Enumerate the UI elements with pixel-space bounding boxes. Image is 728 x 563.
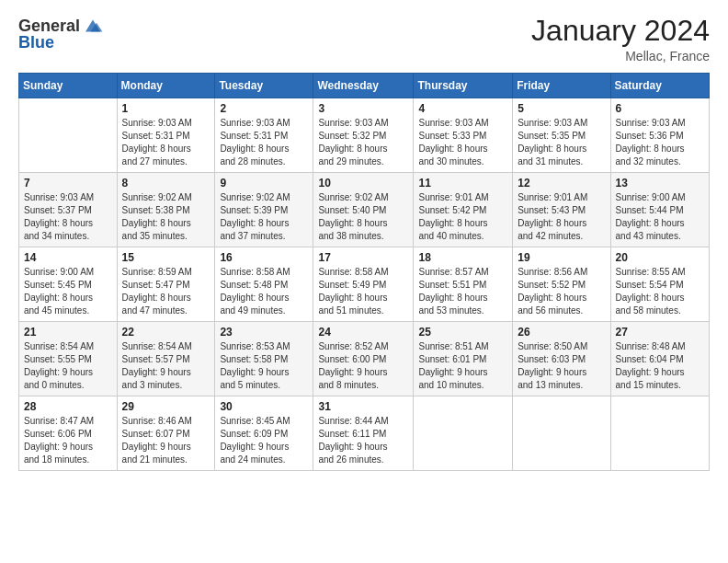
day-info: Sunrise: 8:57 AMSunset: 5:51 PMDaylight:… bbox=[418, 266, 507, 317]
day-info: Sunrise: 8:55 AMSunset: 5:54 PMDaylight:… bbox=[616, 266, 704, 317]
day-number: 22 bbox=[122, 326, 210, 339]
calendar-cell: 6Sunrise: 9:03 AMSunset: 5:36 PMDaylight… bbox=[610, 98, 709, 173]
day-info: Sunrise: 8:56 AMSunset: 5:52 PMDaylight:… bbox=[518, 266, 605, 317]
day-info: Sunrise: 9:03 AMSunset: 5:35 PMDaylight:… bbox=[518, 117, 605, 168]
calendar-cell: 18Sunrise: 8:57 AMSunset: 5:51 PMDayligh… bbox=[414, 247, 513, 322]
day-info: Sunrise: 8:48 AMSunset: 6:04 PMDaylight:… bbox=[616, 340, 704, 392]
day-info: Sunrise: 8:46 AMSunset: 6:07 PMDaylight:… bbox=[122, 415, 210, 466]
calendar-cell: 19Sunrise: 8:56 AMSunset: 5:52 PMDayligh… bbox=[513, 247, 610, 322]
day-number: 1 bbox=[122, 102, 210, 115]
day-info: Sunrise: 9:01 AMSunset: 5:43 PMDaylight:… bbox=[518, 191, 605, 243]
week-row-1: 1Sunrise: 9:03 AMSunset: 5:31 PMDaylight… bbox=[19, 98, 710, 173]
day-number: 24 bbox=[318, 326, 408, 339]
day-number: 17 bbox=[318, 251, 408, 264]
day-info: Sunrise: 9:01 AMSunset: 5:42 PMDaylight:… bbox=[418, 191, 507, 243]
day-info: Sunrise: 8:44 AMSunset: 6:11 PMDaylight:… bbox=[318, 415, 408, 466]
day-number: 31 bbox=[318, 400, 408, 413]
calendar-cell: 2Sunrise: 9:03 AMSunset: 5:31 PMDaylight… bbox=[215, 98, 313, 173]
calendar-cell: 24Sunrise: 8:52 AMSunset: 6:00 PMDayligh… bbox=[313, 322, 414, 396]
day-info: Sunrise: 9:00 AMSunset: 5:44 PMDaylight:… bbox=[616, 191, 704, 243]
month-title: January 2024 bbox=[531, 15, 710, 47]
calendar-cell: 13Sunrise: 9:00 AMSunset: 5:44 PMDayligh… bbox=[610, 173, 709, 247]
calendar-cell bbox=[610, 396, 709, 471]
day-number: 15 bbox=[122, 251, 210, 264]
weekday-header-row: SundayMondayTuesdayWednesdayThursdayFrid… bbox=[19, 74, 710, 98]
day-number: 21 bbox=[24, 326, 112, 339]
day-info: Sunrise: 9:02 AMSunset: 5:38 PMDaylight:… bbox=[122, 191, 210, 243]
weekday-header-sunday: Sunday bbox=[19, 74, 118, 98]
day-info: Sunrise: 8:58 AMSunset: 5:49 PMDaylight:… bbox=[318, 266, 408, 317]
day-number: 10 bbox=[318, 177, 408, 190]
day-info: Sunrise: 8:59 AMSunset: 5:47 PMDaylight:… bbox=[122, 266, 210, 317]
week-row-5: 28Sunrise: 8:47 AMSunset: 6:06 PMDayligh… bbox=[19, 396, 710, 471]
weekday-header-thursday: Thursday bbox=[414, 74, 513, 98]
day-number: 9 bbox=[220, 177, 308, 190]
calendar-cell: 27Sunrise: 8:48 AMSunset: 6:04 PMDayligh… bbox=[610, 322, 709, 396]
calendar-cell: 23Sunrise: 8:53 AMSunset: 5:58 PMDayligh… bbox=[215, 322, 313, 396]
logo-blue: Blue bbox=[18, 33, 54, 52]
calendar-cell: 29Sunrise: 8:46 AMSunset: 6:07 PMDayligh… bbox=[117, 396, 215, 471]
weekday-header-friday: Friday bbox=[513, 74, 610, 98]
day-number: 12 bbox=[518, 177, 605, 190]
calendar-cell: 11Sunrise: 9:01 AMSunset: 5:42 PMDayligh… bbox=[414, 173, 513, 247]
day-number: 16 bbox=[220, 251, 308, 264]
day-number: 13 bbox=[616, 177, 704, 190]
day-info: Sunrise: 8:58 AMSunset: 5:48 PMDaylight:… bbox=[220, 266, 308, 317]
week-row-4: 21Sunrise: 8:54 AMSunset: 5:55 PMDayligh… bbox=[19, 322, 710, 396]
calendar-cell: 26Sunrise: 8:50 AMSunset: 6:03 PMDayligh… bbox=[513, 322, 610, 396]
calendar-cell: 16Sunrise: 8:58 AMSunset: 5:48 PMDayligh… bbox=[215, 247, 313, 322]
logo: General Blue bbox=[18, 15, 104, 52]
day-info: Sunrise: 8:53 AMSunset: 5:58 PMDaylight:… bbox=[220, 340, 308, 392]
header: General Blue January 2024 Mellac, France bbox=[18, 15, 710, 63]
day-info: Sunrise: 9:02 AMSunset: 5:39 PMDaylight:… bbox=[220, 191, 308, 243]
calendar-cell: 31Sunrise: 8:44 AMSunset: 6:11 PMDayligh… bbox=[313, 396, 414, 471]
day-info: Sunrise: 9:03 AMSunset: 5:32 PMDaylight:… bbox=[318, 117, 408, 168]
calendar-cell: 9Sunrise: 9:02 AMSunset: 5:39 PMDaylight… bbox=[215, 173, 313, 247]
calendar-cell: 30Sunrise: 8:45 AMSunset: 6:09 PMDayligh… bbox=[215, 396, 313, 471]
day-info: Sunrise: 8:47 AMSunset: 6:06 PMDaylight:… bbox=[24, 415, 112, 466]
logo-icon bbox=[82, 15, 104, 37]
calendar-cell bbox=[19, 98, 118, 173]
calendar-cell: 17Sunrise: 8:58 AMSunset: 5:49 PMDayligh… bbox=[313, 247, 414, 322]
day-info: Sunrise: 9:03 AMSunset: 5:31 PMDaylight:… bbox=[122, 117, 210, 168]
day-number: 30 bbox=[220, 400, 308, 413]
day-info: Sunrise: 9:03 AMSunset: 5:31 PMDaylight:… bbox=[220, 117, 308, 168]
calendar-cell: 22Sunrise: 8:54 AMSunset: 5:57 PMDayligh… bbox=[117, 322, 215, 396]
day-number: 23 bbox=[220, 326, 308, 339]
day-number: 2 bbox=[220, 102, 308, 115]
day-number: 6 bbox=[616, 102, 704, 115]
calendar-cell: 1Sunrise: 9:03 AMSunset: 5:31 PMDaylight… bbox=[117, 98, 215, 173]
day-number: 5 bbox=[518, 102, 605, 115]
day-info: Sunrise: 9:03 AMSunset: 5:36 PMDaylight:… bbox=[616, 117, 704, 168]
day-info: Sunrise: 8:54 AMSunset: 5:55 PMDaylight:… bbox=[24, 340, 112, 392]
calendar-cell: 20Sunrise: 8:55 AMSunset: 5:54 PMDayligh… bbox=[610, 247, 709, 322]
weekday-header-wednesday: Wednesday bbox=[313, 74, 414, 98]
weekday-header-saturday: Saturday bbox=[610, 74, 709, 98]
day-info: Sunrise: 9:02 AMSunset: 5:40 PMDaylight:… bbox=[318, 191, 408, 243]
day-number: 19 bbox=[518, 251, 605, 264]
day-number: 14 bbox=[24, 251, 112, 264]
calendar-cell bbox=[414, 396, 513, 471]
day-number: 26 bbox=[518, 326, 605, 339]
calendar-cell: 8Sunrise: 9:02 AMSunset: 5:38 PMDaylight… bbox=[117, 173, 215, 247]
day-info: Sunrise: 8:51 AMSunset: 6:01 PMDaylight:… bbox=[418, 340, 507, 392]
day-number: 28 bbox=[24, 400, 112, 413]
day-info: Sunrise: 9:00 AMSunset: 5:45 PMDaylight:… bbox=[24, 266, 112, 317]
week-row-3: 14Sunrise: 9:00 AMSunset: 5:45 PMDayligh… bbox=[19, 247, 710, 322]
calendar-cell: 25Sunrise: 8:51 AMSunset: 6:01 PMDayligh… bbox=[414, 322, 513, 396]
calendar-cell: 5Sunrise: 9:03 AMSunset: 5:35 PMDaylight… bbox=[513, 98, 610, 173]
day-number: 27 bbox=[616, 326, 704, 339]
day-info: Sunrise: 8:54 AMSunset: 5:57 PMDaylight:… bbox=[122, 340, 210, 392]
day-number: 25 bbox=[418, 326, 507, 339]
day-info: Sunrise: 8:45 AMSunset: 6:09 PMDaylight:… bbox=[220, 415, 308, 466]
page: General Blue January 2024 Mellac, France… bbox=[0, 0, 728, 563]
calendar-cell: 10Sunrise: 9:02 AMSunset: 5:40 PMDayligh… bbox=[313, 173, 414, 247]
calendar-cell: 12Sunrise: 9:01 AMSunset: 5:43 PMDayligh… bbox=[513, 173, 610, 247]
calendar-table: SundayMondayTuesdayWednesdayThursdayFrid… bbox=[18, 73, 710, 471]
day-number: 20 bbox=[616, 251, 704, 264]
calendar-cell: 15Sunrise: 8:59 AMSunset: 5:47 PMDayligh… bbox=[117, 247, 215, 322]
day-number: 18 bbox=[418, 251, 507, 264]
title-block: January 2024 Mellac, France bbox=[531, 15, 710, 63]
calendar-cell: 21Sunrise: 8:54 AMSunset: 5:55 PMDayligh… bbox=[19, 322, 118, 396]
calendar-cell: 7Sunrise: 9:03 AMSunset: 5:37 PMDaylight… bbox=[19, 173, 118, 247]
